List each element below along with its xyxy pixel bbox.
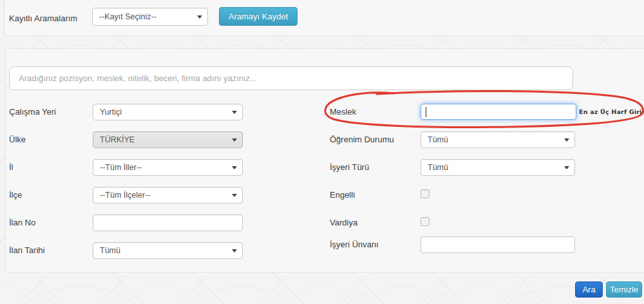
- ogrenim-durumu-select[interactable]: Tümü: [421, 131, 575, 148]
- ilan-tarihi-value: Tümü: [100, 246, 120, 255]
- saved-search-select-value: --Kayıt Seçiniz--: [99, 12, 156, 21]
- save-search-button[interactable]: Aramayı Kaydet: [219, 7, 298, 26]
- field-row-engelli: Engelli: [330, 187, 644, 204]
- isyeri-unvani-input[interactable]: [421, 236, 575, 253]
- field-row-ulke: Ülke TÜRKİYE: [9, 131, 322, 148]
- ulke-select: TÜRKİYE: [93, 131, 243, 148]
- ogrenim-durumu-label: Öğrenim Durumu: [330, 131, 394, 148]
- ilce-value: --Tüm İlçeler--: [100, 191, 150, 200]
- field-row-ilce: İlçe --Tüm İlçeler--: [9, 187, 322, 204]
- chevron-down-icon: [564, 138, 569, 142]
- calisma-yeri-select[interactable]: Yurtiçi: [93, 104, 243, 120]
- isyeri-turu-select[interactable]: Tümü: [421, 159, 575, 176]
- ilan-tarihi-select[interactable]: Tümü: [93, 242, 243, 259]
- ulke-label: Ülke: [9, 131, 26, 148]
- ilan-no-label: İlan No: [9, 214, 35, 231]
- field-row-calisma-yeri: Çalışma Yeri Yurtiçi: [9, 104, 322, 120]
- chevron-down-icon: [197, 15, 202, 19]
- text-caret: [426, 107, 426, 117]
- chevron-down-icon: [232, 138, 237, 142]
- field-row-isyeri-unvani: İşyeri Ünvanı: [330, 236, 644, 253]
- ulke-value: TÜRKİYE: [100, 135, 135, 144]
- field-row-ogrenim-durumu: Öğrenim Durumu Tümü: [330, 131, 644, 148]
- chevron-down-icon: [564, 166, 569, 169]
- isyeri-turu-value: Tümü: [428, 163, 448, 172]
- chevron-down-icon: [232, 166, 237, 169]
- ara-button-label: Ara: [582, 285, 595, 294]
- ilan-no-input[interactable]: [93, 214, 243, 231]
- field-row-il: İl --Tüm İller--: [9, 159, 322, 176]
- meslek-hint: En az Üç Harf Giriniz.: [579, 104, 644, 120]
- field-row-ilan-no: İlan No: [9, 214, 322, 231]
- isyeri-unvani-label: İşyeri Ünvanı: [330, 236, 379, 253]
- engelli-label: Engelli: [330, 187, 355, 204]
- il-value: --Tüm İller--: [100, 163, 142, 172]
- ogrenim-durumu-value: Tümü: [428, 135, 448, 144]
- engelli-checkbox[interactable]: [421, 189, 430, 198]
- ilce-select[interactable]: --Tüm İlçeler--: [93, 187, 243, 204]
- meslek-label: Meslek: [330, 104, 356, 120]
- job-search-page: Kayıtlı Aramalarım --Kayıt Seçiniz-- Ara…: [0, 0, 644, 304]
- ilce-label: İlçe: [9, 187, 22, 204]
- field-row-meslek: Meslek En az Üç Harf Giriniz.: [330, 104, 644, 120]
- vardiya-label: Vardiya: [330, 214, 357, 231]
- temizle-button[interactable]: Temizle: [606, 281, 642, 298]
- isyeri-turu-label: İşyeri Türü: [330, 159, 369, 176]
- field-row-vardiya: Vardiya: [330, 214, 644, 231]
- calisma-yeri-value: Yurtiçi: [100, 108, 122, 117]
- field-row-ilan-tarihi: İlan Tarihi Tümü: [9, 242, 322, 259]
- saved-search-select[interactable]: --Kayıt Seçiniz--: [92, 8, 208, 26]
- ara-button[interactable]: Ara: [575, 281, 603, 298]
- calisma-yeri-label: Çalışma Yeri: [9, 104, 56, 120]
- il-label: İl: [9, 159, 14, 176]
- vardiya-checkbox[interactable]: [421, 217, 430, 226]
- keyword-search-input[interactable]: [9, 66, 573, 90]
- il-select[interactable]: --Tüm İller--: [93, 159, 243, 176]
- chevron-down-icon: [232, 194, 237, 197]
- meslek-input[interactable]: [421, 104, 576, 120]
- save-search-button-label: Aramayı Kaydet: [229, 12, 289, 21]
- temizle-button-label: Temizle: [610, 285, 638, 294]
- ilan-tarihi-label: İlan Tarihi: [9, 242, 44, 259]
- chevron-down-icon: [232, 111, 237, 114]
- field-row-isyeri-turu: İşyeri Türü Tümü: [330, 159, 644, 176]
- chevron-down-icon: [232, 249, 237, 252]
- saved-searches-label: Kayıtlı Aramalarım: [9, 14, 77, 23]
